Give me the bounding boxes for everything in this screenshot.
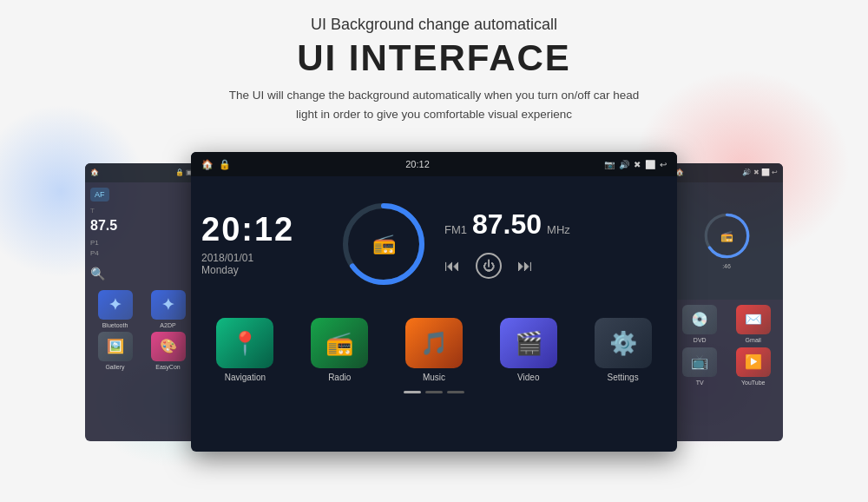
fm-controls: ⏮ ⏻ ⏭ [444, 253, 667, 279]
left-app-bluetooth[interactable]: ✦ Bluetooth [90, 290, 140, 328]
fm-unit: MHz [547, 223, 570, 236]
right-screen: 🏠 🔊 ✖ ⬜ ↩ 📻 :46 💿 DVD [670, 163, 783, 441]
status-time: 20:12 [405, 159, 430, 169]
radio-circle-container: 📻 [340, 201, 427, 287]
right-radio-icon: 📻 [720, 230, 733, 242]
volume-status-icon: 🔊 [619, 160, 629, 169]
status-bar: 🏠 🔒 20:12 📷 🔊 ✖ ⬜ ↩ [191, 152, 677, 176]
music-icon: 🎵 [405, 318, 463, 368]
settings-icon: ⚙️ [595, 318, 652, 368]
header-section: UI Background change automaticall UI INT… [0, 0, 868, 123]
left-app-a2dp[interactable]: ✦ A2DP [143, 290, 193, 328]
back-status-icon[interactable]: ↩ [660, 160, 667, 169]
navigation-label: Navigation [225, 373, 266, 382]
left-af-badge: AF [90, 188, 109, 201]
music-label: Music [423, 373, 445, 382]
right-clock-label: :46 [722, 263, 731, 269]
fm-next-button[interactable]: ⏭ [517, 257, 533, 275]
left-a2dp-label: A2DP [160, 322, 175, 328]
home-icon[interactable]: 🏠 [201, 159, 214, 170]
fm-widget: FM1 87.50 MHz ⏮ ⏻ ⏭ [444, 183, 667, 304]
clock-time: 20:12 [201, 211, 323, 248]
right-app-grid: 💿 DVD ✉️ Gmail 📺 TV ▶️ YouTube [670, 300, 783, 391]
app-item-music[interactable]: 🎵 Music [391, 318, 478, 382]
header-desc-line1: The UI will change the background automa… [229, 89, 640, 102]
right-top-content: 📻 :46 [703, 212, 751, 269]
fm-label: FM1 [444, 223, 467, 236]
left-bluetooth-label: Bluetooth [102, 322, 128, 328]
right-status-icons: 🔊 ✖ ⬜ ↩ [742, 168, 778, 176]
main-screen: 🏠 🔒 20:12 📷 🔊 ✖ ⬜ ↩ 20:12 2018/01/01 Mon… [191, 152, 677, 452]
gmail-icon: ✉️ [736, 305, 771, 334]
left-status-bar: 🏠 🔒 ▣ [85, 163, 198, 182]
lock-icon: 🔒 [219, 159, 231, 170]
app-item-settings[interactable]: ⚙️ Settings [579, 318, 667, 382]
status-right: 📷 🔊 ✖ ⬜ ↩ [604, 160, 667, 169]
fm-power-button[interactable]: ⏻ [476, 253, 502, 279]
youtube-label: YouTube [741, 380, 766, 386]
dvd-label: DVD [694, 337, 707, 343]
radio-icon: 📻 [311, 318, 368, 368]
app-item-radio[interactable]: 📻 Radio [296, 318, 384, 382]
status-left: 🏠 🔒 [201, 159, 231, 170]
close-status-icon: ✖ [634, 160, 641, 169]
right-app-tv[interactable]: 📺 TV [675, 347, 725, 386]
clock-day-value: Monday [201, 264, 323, 276]
radio-widget[interactable]: 📻 [332, 183, 436, 304]
right-radio-circle: 📻 [703, 212, 751, 260]
dvd-icon: 💿 [682, 305, 717, 334]
video-label: Video [517, 373, 539, 382]
video-icon: 🎬 [500, 318, 557, 368]
left-gallery-icon: 🖼️ [98, 332, 133, 361]
camera-status-icon: 📷 [604, 160, 615, 169]
screen-status-icon: ⬜ [645, 160, 655, 169]
gmail-label: Gmail [746, 337, 761, 343]
left-gallery-label: Gallery [105, 364, 124, 370]
tv-label: TV [696, 380, 704, 386]
left-easycon-label: EasyCon [155, 364, 180, 370]
widget-area: 20:12 2018/01/01 Monday 📻 [191, 176, 677, 311]
header-title: UI INTERFACE [0, 37, 868, 79]
right-app-dvd[interactable]: 💿 DVD [675, 305, 725, 343]
dot-1[interactable] [404, 391, 421, 393]
tv-icon: 📺 [682, 347, 717, 377]
left-fm-freq-label: T [90, 207, 193, 215]
screens-container: 🏠 🔒 ▣ AF T 87.5 P1 P4 🔍 ✦ Bluetooth [0, 152, 868, 452]
left-app-easycon[interactable]: 🎨 EasyCon [143, 332, 193, 370]
left-easycon-icon: 🎨 [151, 332, 186, 361]
left-home-icon: 🏠 [90, 168, 99, 176]
header-desc: The UI will change the background automa… [0, 86, 868, 123]
right-top-area: 📻 :46 [670, 182, 783, 300]
left-content: AF T 87.5 P1 P4 🔍 [85, 182, 198, 287]
left-bluetooth-icon: ✦ [98, 290, 133, 320]
radio-label: Radio [328, 373, 351, 382]
left-app-gallery[interactable]: 🖼️ Gallery [90, 332, 140, 370]
app-item-video[interactable]: 🎬 Video [484, 318, 572, 382]
dot-3[interactable] [447, 391, 464, 393]
fm-freq-row: FM1 87.50 MHz [444, 208, 667, 241]
clock-widget: 20:12 2018/01/01 Monday [201, 183, 323, 304]
right-app-youtube[interactable]: ▶️ YouTube [729, 347, 779, 386]
left-status-icons: 🔒 ▣ [175, 168, 193, 176]
left-labels: P1 P4 [90, 239, 193, 257]
dot-2[interactable] [425, 391, 443, 393]
left-app-grid: ✦ Bluetooth ✦ A2DP 🖼️ Gallery 🎨 [85, 287, 198, 373]
fm-frequency: 87.50 [472, 208, 542, 241]
left-search-icon[interactable]: 🔍 [90, 266, 193, 281]
right-app-gmail[interactable]: ✉️ Gmail [729, 305, 779, 343]
left-screen: 🏠 🔒 ▣ AF T 87.5 P1 P4 🔍 ✦ Bluetooth [85, 163, 198, 441]
app-item-navigation[interactable]: 📍 Navigation [201, 318, 289, 382]
header-desc-line2: light in order to give you comfortable v… [296, 108, 572, 121]
clock-date: 2018/01/01 Monday [201, 252, 323, 276]
navigation-icon: 📍 [216, 318, 273, 368]
clock-date-value: 2018/01/01 [201, 252, 323, 264]
dot-row [191, 391, 677, 399]
left-p1: P1 [90, 239, 193, 247]
left-fm-freq: 87.5 [90, 218, 193, 234]
app-grid: 📍 Navigation 📻 Radio 🎵 Music 🎬 Video ⚙️ [191, 311, 677, 391]
radio-center-icon: 📻 [372, 233, 396, 255]
fm-prev-button[interactable]: ⏮ [444, 257, 460, 275]
settings-label: Settings [608, 373, 639, 382]
left-p4: P4 [90, 249, 193, 257]
youtube-icon: ▶️ [736, 347, 771, 377]
